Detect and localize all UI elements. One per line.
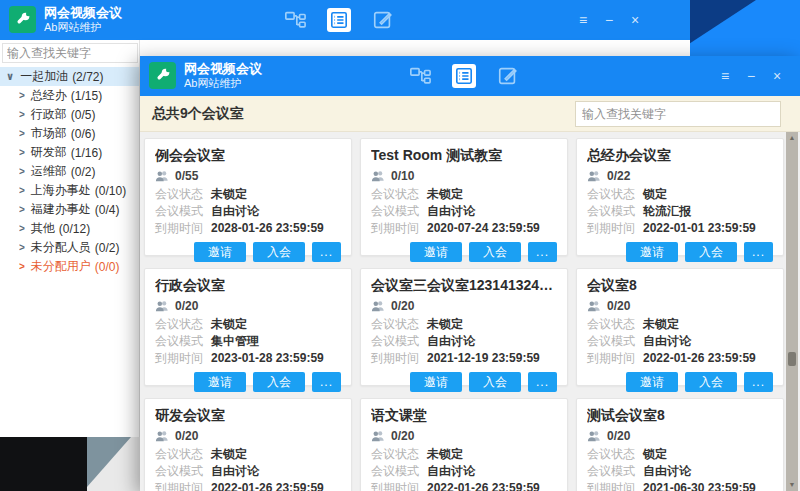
status-value: 未锁定 — [211, 446, 247, 463]
more-actions-button[interactable]: ... — [528, 242, 557, 262]
more-actions-button[interactable]: ... — [744, 372, 773, 392]
join-button[interactable]: 入会 — [253, 242, 305, 262]
room-card: 总经办会议室 0/22 会议状态 — [576, 138, 784, 256]
occupancy-value: 0/55 — [175, 169, 198, 183]
minimize-button[interactable]: − — [740, 64, 762, 88]
close-button[interactable]: × — [766, 64, 788, 88]
tree-item[interactable]: > 研发部 (1/16) — [0, 143, 139, 162]
tree-item-label: 上海办事处 — [31, 182, 91, 199]
chevron-right-icon: > — [19, 108, 25, 120]
more-actions-button[interactable]: ... — [312, 372, 341, 392]
invite-button[interactable]: 邀请 — [626, 242, 678, 262]
room-list-icon[interactable] — [452, 64, 476, 88]
occupancy-value: 0/22 — [607, 169, 630, 183]
invite-button[interactable]: 邀请 — [194, 242, 246, 262]
mode-value: 轮流汇报 — [643, 203, 691, 220]
tree-item[interactable]: > 未分配人员 (0/2) — [0, 238, 139, 257]
expiry-label: 到期时间 — [587, 480, 643, 491]
tree-item-label: 行政部 — [31, 106, 67, 123]
tree-item[interactable]: > 福建办事处 (0/4) — [0, 200, 139, 219]
minimize-button[interactable]: − — [598, 8, 620, 32]
status-value: 未锁定 — [643, 316, 679, 333]
scroll-up-icon[interactable]: ▲ — [789, 132, 796, 144]
wrench-app-icon — [149, 62, 176, 89]
more-actions-button[interactable]: ... — [312, 242, 341, 262]
mode-value: 自由讨论 — [643, 333, 691, 350]
front-titlebar: 网会视频会议 Ab网站维护 — [140, 56, 800, 96]
join-button[interactable]: 入会 — [469, 372, 521, 392]
wrench-app-icon — [9, 6, 36, 33]
join-button[interactable]: 入会 — [685, 372, 737, 392]
tree-item[interactable]: > 总经办 (1/15) — [0, 86, 139, 105]
mode-label: 会议模式 — [587, 333, 643, 350]
menu-button[interactable]: ≡ — [714, 64, 736, 88]
chevron-right-icon: > — [19, 146, 25, 158]
room-search-input[interactable] — [575, 101, 781, 127]
join-button[interactable]: 入会 — [685, 242, 737, 262]
app-title: 网会视频会议 — [44, 6, 122, 21]
room-name: 语文课堂 — [371, 407, 557, 425]
tree-root-label: 一起加油 — [20, 68, 68, 85]
tree-item-count: (1/15) — [71, 89, 102, 103]
participants-icon — [371, 170, 385, 182]
chevron-down-icon: ∨ — [6, 70, 14, 82]
mode-label: 会议模式 — [371, 463, 427, 480]
mode-label: 会议模式 — [155, 463, 211, 480]
edit-icon[interactable] — [496, 64, 520, 88]
app-subtitle: Ab网站维护 — [184, 77, 262, 90]
tree-item[interactable]: > 市场部 (0/6) — [0, 124, 139, 143]
status-value: 锁定 — [643, 446, 667, 463]
room-name: Test Room 测试教室 — [371, 147, 557, 165]
chevron-right-icon: > — [19, 241, 25, 253]
more-actions-button[interactable]: ... — [744, 242, 773, 262]
expiry-value: 2022-01-26 23:59:59 — [643, 350, 756, 367]
invite-button[interactable]: 邀请 — [410, 242, 462, 262]
tree-item[interactable]: > 运维部 (0/2) — [0, 162, 139, 181]
org-chart-icon[interactable] — [408, 64, 432, 88]
chevron-right-icon: > — [19, 184, 25, 196]
tree-item[interactable]: > 其他 (0/12) — [0, 219, 139, 238]
expiry-value: 2022-01-26 23:59:59 — [211, 480, 324, 491]
edit-icon[interactable] — [371, 8, 395, 32]
more-actions-button[interactable]: ... — [528, 372, 557, 392]
room-grid: 例会会议室 0/55 会议状态 — [140, 132, 800, 491]
invite-button[interactable]: 邀请 — [626, 372, 678, 392]
room-name: 行政会议室 — [155, 277, 341, 295]
tree-item[interactable]: > 未分配用户 (0/0) — [0, 257, 139, 276]
invite-button[interactable]: 邀请 — [410, 372, 462, 392]
invite-button[interactable]: 邀请 — [194, 372, 246, 392]
participants-icon — [371, 300, 385, 312]
close-button[interactable]: × — [624, 8, 646, 32]
expiry-value: 2022-01-01 23:59:59 — [643, 220, 756, 237]
desktop-wallpaper-bottom-left — [0, 437, 140, 491]
room-grid-area: 例会会议室 0/55 会议状态 — [140, 132, 800, 491]
org-chart-icon[interactable] — [283, 8, 307, 32]
room-card: 会议室三会议室123141324141三会... 0/20 — [360, 268, 568, 386]
tree-item-count: (0/2) — [71, 165, 96, 179]
tree-item[interactable]: > 上海办事处 (0/10) — [0, 181, 139, 200]
tree-item[interactable]: > 行政部 (0/5) — [0, 105, 139, 124]
status-value: 未锁定 — [427, 316, 463, 333]
tree-item-label: 未分配用户 — [31, 258, 91, 275]
tree-item-label: 运维部 — [31, 163, 67, 180]
room-name: 例会会议室 — [155, 147, 341, 165]
room-card: 研发会议室 0/20 会议状态 — [144, 398, 352, 491]
tree-root-item[interactable]: ∨ 一起加油 (2/72) — [0, 67, 139, 86]
vertical-scrollbar[interactable]: ▲ ▼ — [786, 132, 798, 491]
scrollbar-thumb[interactable] — [788, 352, 796, 366]
room-card: Test Room 测试教室 0/10 — [360, 138, 568, 256]
status-label: 会议状态 — [371, 186, 427, 203]
mode-value: 自由讨论 — [427, 333, 475, 350]
expiry-label: 到期时间 — [155, 350, 211, 367]
chevron-right-icon: > — [19, 203, 25, 215]
menu-button[interactable]: ≡ — [572, 8, 594, 32]
occupancy-value: 0/20 — [175, 429, 198, 443]
join-button[interactable]: 入会 — [253, 372, 305, 392]
expiry-label: 到期时间 — [587, 350, 643, 367]
status-label: 会议状态 — [155, 186, 211, 203]
join-button[interactable]: 入会 — [469, 242, 521, 262]
scroll-down-icon[interactable]: ▼ — [789, 479, 796, 491]
room-list-icon[interactable] — [327, 8, 351, 32]
occupancy-value: 0/20 — [607, 299, 630, 313]
sidebar-search-input[interactable] — [2, 43, 138, 63]
